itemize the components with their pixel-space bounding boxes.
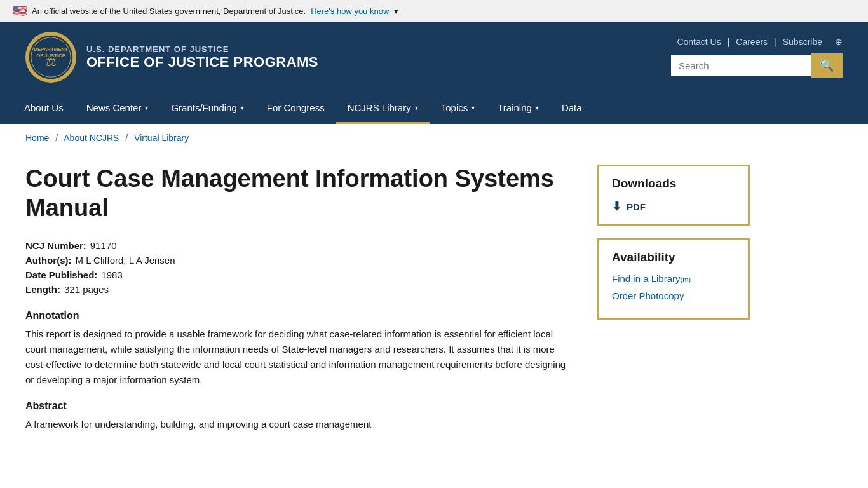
abstract-text: A framework for understanding, building,…: [25, 417, 572, 432]
meta-table: NCJ Number: 91170 Author(s): M L Cliffor…: [25, 240, 572, 295]
header-right: Contact Us | Careers | Subscribe ⊕ 🔍: [670, 37, 843, 78]
breadcrumb-virtual-library[interactable]: Virtual Library: [134, 133, 189, 143]
nav-item-grants: Grants/Funding ▾: [159, 93, 255, 124]
chevron-down-icon: ▾: [394, 6, 398, 16]
nav-link-training[interactable]: Training ▾: [486, 93, 550, 122]
downloads-card: Downloads ⬇ PDF: [597, 165, 750, 226]
meta-ncj: NCJ Number: 91170: [25, 240, 572, 251]
nav-item-news: News Center ▾: [75, 93, 160, 124]
external-link-icon: (m): [681, 276, 691, 283]
author-value: M L Clifford; L A Jensen: [75, 255, 175, 266]
nav-link-congress[interactable]: For Congress: [255, 93, 336, 122]
pdf-download-link[interactable]: ⬇ PDF: [612, 200, 735, 214]
nav-item-ncjrs: NCJRS Library ▾: [336, 93, 430, 124]
nav-link-news[interactable]: News Center ▾: [75, 93, 160, 122]
search-bar: 🔍: [671, 53, 843, 78]
download-icon: ⬇: [612, 200, 621, 214]
nav-item-training: Training ▾: [486, 93, 550, 124]
chevron-down-icon: ▾: [471, 104, 475, 111]
meta-length: Length: 321 pages: [25, 284, 572, 295]
meta-author: Author(s): M L Clifford; L A Jensen: [25, 255, 572, 266]
search-input[interactable]: [671, 55, 811, 76]
availability-title: Availability: [612, 250, 735, 264]
annotation-heading: Annotation: [25, 310, 572, 322]
svg-text:DEPARTMENT: DEPARTMENT: [34, 46, 68, 52]
search-icon: 🔍: [820, 58, 834, 72]
contact-us-link[interactable]: Contact Us: [670, 37, 727, 47]
chevron-down-icon: ▾: [241, 104, 244, 111]
nav-link-topics[interactable]: Topics ▾: [430, 93, 487, 122]
doj-seal: DEPARTMENT OF JUSTICE ⚖: [25, 32, 76, 83]
logo-area: DEPARTMENT OF JUSTICE ⚖ U.S. Department …: [25, 32, 318, 83]
date-label: Date Published:: [25, 269, 97, 280]
annotation-section: Annotation This report is designed to pr…: [25, 310, 572, 388]
page-title: Court Case Management Information System…: [25, 165, 572, 222]
meta-date: Date Published: 1983: [25, 269, 572, 280]
nav-link-about[interactable]: About Us: [13, 93, 75, 122]
content-wrapper: Court Case Management Information System…: [0, 152, 868, 458]
office-name: Office of Justice Programs: [86, 54, 318, 71]
header-links: Contact Us | Careers | Subscribe ⊕: [670, 37, 843, 47]
share-icon[interactable]: ⊕: [829, 37, 843, 47]
nav-item-topics: Topics ▾: [430, 93, 487, 124]
nav-item-data: Data: [550, 93, 593, 124]
dept-name: U.S. Department of Justice: [86, 44, 318, 54]
nav-link-data[interactable]: Data: [550, 93, 593, 122]
ncj-label: NCJ Number:: [25, 240, 86, 251]
gov-banner-link[interactable]: Here's how you know: [311, 6, 389, 16]
order-photocopy-link[interactable]: Order Photocopy: [612, 290, 735, 301]
nav-link-grants[interactable]: Grants/Funding ▾: [159, 93, 255, 122]
abstract-heading: Abstract: [25, 400, 572, 412]
length-label: Length:: [25, 284, 60, 295]
availability-card: Availability Find in a Library(m) Order …: [597, 238, 750, 320]
subscribe-link[interactable]: Subscribe: [776, 37, 829, 47]
main-content: Court Case Management Information System…: [25, 165, 572, 432]
main-navigation: About Us News Center ▾ Grants/Funding ▾ …: [0, 93, 868, 124]
breadcrumb-about-ncjrs[interactable]: About NCJRS: [64, 133, 119, 143]
search-button[interactable]: 🔍: [811, 53, 843, 78]
svg-text:⚖: ⚖: [46, 55, 57, 69]
gov-banner: 🇺🇸 An official website of the United Sta…: [0, 0, 868, 22]
nav-link-ncjrs[interactable]: NCJRS Library ▾: [336, 93, 430, 124]
careers-link[interactable]: Careers: [729, 37, 774, 47]
ncj-value: 91170: [90, 240, 117, 251]
nav-list: About Us News Center ▾ Grants/Funding ▾ …: [0, 93, 868, 124]
agency-name: U.S. Department of Justice Office of Jus…: [86, 44, 318, 71]
pdf-label: PDF: [627, 201, 646, 212]
nav-item-congress: For Congress: [255, 93, 336, 124]
date-value: 1983: [101, 269, 122, 280]
chevron-down-icon: ▾: [415, 104, 418, 111]
breadcrumb-home[interactable]: Home: [25, 133, 49, 143]
annotation-text: This report is designed to provide a usa…: [25, 327, 572, 388]
length-value: 321 pages: [64, 284, 109, 295]
sidebar: Downloads ⬇ PDF Availability Find in a L…: [597, 165, 750, 432]
breadcrumb: Home / About NCJRS / Virtual Library: [0, 124, 868, 152]
site-header: DEPARTMENT OF JUSTICE ⚖ U.S. Department …: [0, 22, 868, 93]
find-library-link[interactable]: Find in a Library(m): [612, 273, 735, 284]
abstract-section: Abstract A framework for understanding, …: [25, 400, 572, 432]
gov-banner-text: An official website of the United States…: [32, 6, 306, 16]
nav-item-about: About Us: [13, 93, 75, 124]
chevron-down-icon: ▾: [536, 104, 539, 111]
us-flag-icon: 🇺🇸: [13, 4, 27, 18]
author-label: Author(s):: [25, 255, 71, 266]
chevron-down-icon: ▾: [145, 104, 148, 111]
downloads-title: Downloads: [612, 177, 735, 191]
